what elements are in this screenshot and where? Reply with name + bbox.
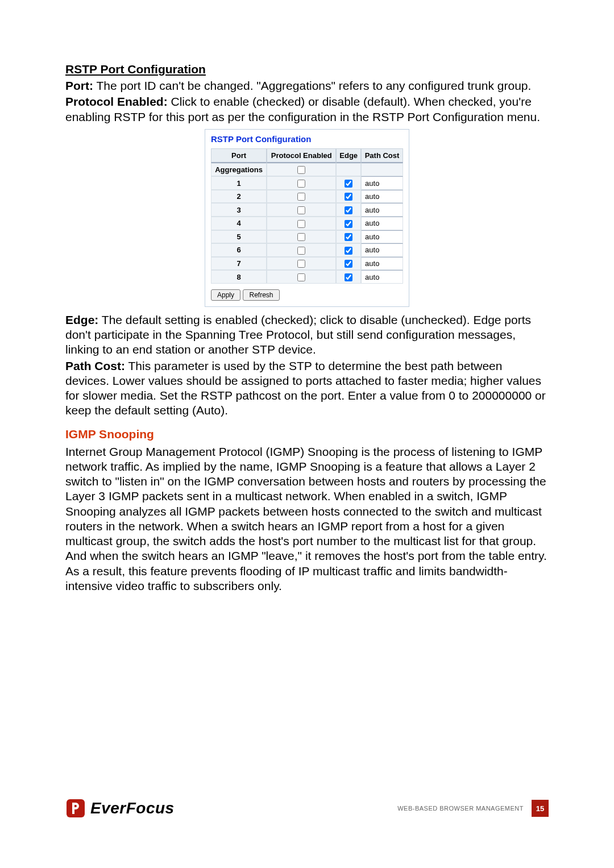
cell-edge bbox=[336, 257, 361, 271]
para-igmp: Internet Group Management Protocol (IGMP… bbox=[65, 445, 549, 594]
cell-path-cost: auto bbox=[361, 270, 403, 284]
table-row: 2auto bbox=[211, 190, 403, 203]
protocol-enabled-checkbox[interactable] bbox=[297, 180, 305, 188]
cell-path-cost: auto bbox=[361, 176, 403, 190]
cell-edge bbox=[336, 176, 361, 190]
protocol-enabled-checkbox[interactable] bbox=[297, 220, 305, 228]
protocol-enabled-checkbox[interactable] bbox=[297, 273, 305, 281]
cell-edge bbox=[336, 163, 361, 177]
cell-port: 3 bbox=[211, 203, 267, 217]
cell-port: 6 bbox=[211, 243, 267, 257]
table-row: 4auto bbox=[211, 217, 403, 230]
para-path-cost: Path Cost: This parameter is used by the… bbox=[65, 359, 549, 418]
lead-proto: Protocol Enabled: bbox=[65, 95, 168, 108]
cell-port: 8 bbox=[211, 270, 267, 284]
table-row: 5auto bbox=[211, 230, 403, 244]
rstp-table: Port Protocol Enabled Edge Path Cost Agg… bbox=[211, 148, 403, 284]
section-heading-rstp: RSTP Port Configuration bbox=[65, 63, 549, 76]
panel-title: RSTP Port Configuration bbox=[211, 134, 403, 144]
table-row: Aggregations bbox=[211, 163, 403, 177]
edge-checkbox[interactable] bbox=[345, 247, 352, 255]
protocol-enabled-checkbox[interactable] bbox=[297, 166, 305, 174]
protocol-enabled-checkbox[interactable] bbox=[297, 260, 305, 268]
protocol-enabled-checkbox[interactable] bbox=[297, 206, 305, 214]
table-row: 8auto bbox=[211, 270, 403, 284]
table-row: 1auto bbox=[211, 176, 403, 190]
edge-checkbox[interactable] bbox=[345, 206, 352, 214]
cell-edge bbox=[336, 203, 361, 217]
cell-path-cost: auto bbox=[361, 190, 403, 203]
cell-port: 4 bbox=[211, 217, 267, 230]
lead-edge: Edge: bbox=[65, 313, 98, 326]
cell-protocol-enabled bbox=[267, 257, 336, 271]
cell-protocol-enabled bbox=[267, 217, 336, 230]
edge-checkbox[interactable] bbox=[345, 180, 352, 188]
cell-path-cost: auto bbox=[361, 243, 403, 257]
th-protocol-enabled: Protocol Enabled bbox=[267, 148, 336, 163]
cell-edge bbox=[336, 270, 361, 284]
edge-checkbox[interactable] bbox=[345, 233, 352, 241]
cell-protocol-enabled bbox=[267, 176, 336, 190]
cell-path-cost: auto bbox=[361, 217, 403, 230]
cell-path-cost: auto bbox=[361, 257, 403, 271]
cell-port: 2 bbox=[211, 190, 267, 203]
cell-path-cost: auto bbox=[361, 203, 403, 217]
cell-port: 7 bbox=[211, 257, 267, 271]
table-row: 3auto bbox=[211, 203, 403, 217]
cell-port: 1 bbox=[211, 176, 267, 190]
cell-path-cost bbox=[361, 163, 403, 177]
cell-edge bbox=[336, 243, 361, 257]
brand-logo: EverFocus bbox=[65, 798, 175, 819]
cell-protocol-enabled bbox=[267, 270, 336, 284]
cell-edge bbox=[336, 230, 361, 244]
para-protocol-enabled: Protocol Enabled: Click to enable (check… bbox=[65, 94, 549, 124]
table-row: 6auto bbox=[211, 243, 403, 257]
lead-path: Path Cost: bbox=[65, 359, 125, 372]
body-edge: The default setting is enabled (checked)… bbox=[65, 313, 531, 356]
protocol-enabled-checkbox[interactable] bbox=[297, 247, 305, 255]
th-path-cost: Path Cost bbox=[361, 148, 403, 163]
cell-edge bbox=[336, 190, 361, 203]
edge-checkbox[interactable] bbox=[345, 260, 352, 268]
footer-label: WEB-BASED BROWSER MANAGEMENT bbox=[397, 805, 524, 812]
cell-port: Aggregations bbox=[211, 163, 267, 177]
para-edge: Edge: The default setting is enabled (ch… bbox=[65, 313, 549, 358]
cell-edge bbox=[336, 217, 361, 230]
cell-port: 5 bbox=[211, 230, 267, 244]
rstp-port-config-panel: RSTP Port Configuration Port Protocol En… bbox=[205, 129, 409, 307]
cell-protocol-enabled bbox=[267, 190, 336, 203]
table-row: 7auto bbox=[211, 257, 403, 271]
cell-protocol-enabled bbox=[267, 203, 336, 217]
edge-checkbox[interactable] bbox=[345, 193, 352, 201]
section-heading-igmp: IGMP Snooping bbox=[65, 427, 549, 441]
cell-protocol-enabled bbox=[267, 230, 336, 244]
protocol-enabled-checkbox[interactable] bbox=[297, 193, 305, 201]
cell-path-cost: auto bbox=[361, 230, 403, 244]
th-edge: Edge bbox=[336, 148, 361, 163]
apply-button[interactable]: Apply bbox=[211, 289, 240, 301]
cell-protocol-enabled bbox=[267, 163, 336, 177]
th-port: Port bbox=[211, 148, 267, 163]
page-number: 15 bbox=[532, 800, 549, 817]
brand-name: EverFocus bbox=[90, 799, 175, 817]
body-path: This parameter is used by the STP to det… bbox=[65, 359, 546, 417]
page-footer: EverFocus WEB-BASED BROWSER MANAGEMENT 1… bbox=[65, 794, 549, 823]
protocol-enabled-checkbox[interactable] bbox=[297, 233, 305, 241]
cell-protocol-enabled bbox=[267, 243, 336, 257]
body-port: The port ID can't be changed. "Aggregati… bbox=[93, 79, 531, 92]
edge-checkbox[interactable] bbox=[345, 273, 352, 281]
refresh-button[interactable]: Refresh bbox=[243, 289, 279, 301]
edge-checkbox[interactable] bbox=[345, 220, 352, 228]
para-port: Port: The port ID can't be changed. "Agg… bbox=[65, 78, 549, 93]
lead-port: Port: bbox=[65, 79, 93, 92]
everfocus-logo-icon bbox=[65, 798, 86, 819]
